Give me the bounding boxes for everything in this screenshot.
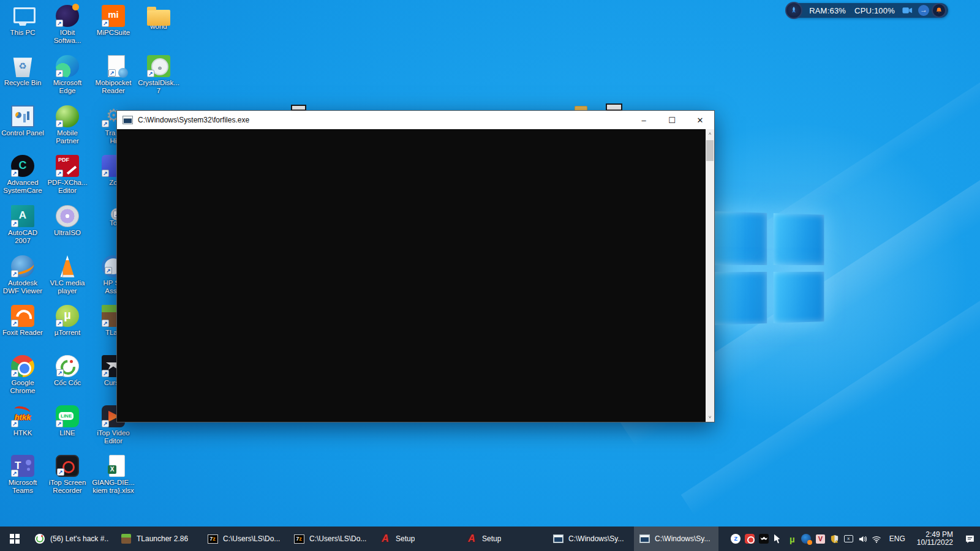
shortcut-arrow-icon: ↗ [102, 320, 109, 327]
desktop-icon-foxit[interactable]: ↗Foxit Reader [0, 305, 45, 337]
volume-icon[interactable] [856, 531, 870, 546]
scrollbar-thumb[interactable] [706, 140, 714, 161]
desktop-icon-label: Mobipocket Reader [91, 79, 136, 95]
desktop-icon-autocad[interactable]: ↗AutoCAD 2007 [0, 205, 45, 245]
windows-logo-pane [712, 211, 767, 265]
shortcut-arrow-icon: ↗ [56, 420, 63, 427]
desktop-icon-xlsx[interactable]: GIANG-DIE... kiem tra}.xlsx [91, 455, 136, 495]
desktop-icon-label: UltraISO [45, 229, 90, 237]
shortcut-arrow-icon: ↗ [11, 470, 18, 477]
desktop-icon-itopscreen[interactable]: ↗iTop Screen Recorder [45, 455, 90, 495]
defender-icon[interactable] [827, 531, 842, 546]
windows-logo-pane [773, 213, 824, 265]
cursor-icon[interactable] [771, 531, 785, 546]
desktop-icon-mipcsuite[interactable]: ↗MiPCSuite [91, 5, 136, 37]
desktop-icon-utorrent-d[interactable]: ↗µTorrent [45, 305, 90, 337]
desktop-icon-label: Microsoft Edge [45, 79, 90, 95]
desktop-icon-chrome[interactable]: ↗Google Chrome [0, 355, 45, 395]
start-button[interactable] [0, 527, 29, 551]
scroll-down-icon[interactable]: ˅ [706, 413, 714, 422]
asc-icon: ↗ [11, 155, 34, 177]
scroll-up-icon[interactable]: ˄ [706, 129, 714, 138]
desktop-icon-iobit[interactable]: ↗IObit Softwa... [45, 5, 90, 45]
taskbar-item-console[interactable]: C:\Windows\Sy... [548, 527, 632, 551]
chrome-icon: ↗ [11, 355, 34, 377]
desktop-icon-this-pc[interactable]: This PC [0, 5, 45, 37]
desktop-icon-control-panel[interactable]: Control Panel [0, 105, 45, 137]
alert-bell-icon[interactable] [932, 3, 946, 18]
taskbar-item-coccoc[interactable]: (56) Let's hack #... [29, 527, 114, 551]
language-indicator[interactable]: ENG [884, 534, 911, 543]
desktop-icon-recycle-bin[interactable]: Recycle Bin [0, 55, 45, 87]
camera-icon[interactable] [902, 7, 913, 14]
setup-icon: A [380, 533, 391, 544]
desktop-icon-label: VLC media player [45, 279, 90, 295]
desktop-icon-asc[interactable]: ↗Advanced SystemCare [0, 155, 45, 195]
taskbar-item-label: Setup [396, 534, 415, 543]
desktop-icon-crystaldisk[interactable]: ↗CrystalDisk... 7 [136, 55, 181, 95]
desktop-icon-label: Autodesk DWF Viewer [0, 279, 45, 295]
recycle-bin-icon [11, 55, 34, 77]
shortcut-arrow-icon: ↗ [56, 369, 64, 377]
desktop-icon-line[interactable]: ↗LINE [45, 405, 90, 437]
taskbar-item-label: TLauncher 2.86 [137, 534, 188, 543]
sevenzip-icon: 7z [293, 533, 304, 544]
wifi-icon[interactable] [870, 531, 884, 546]
shortcut-arrow-icon: ↗ [11, 420, 18, 427]
desktop-icon-label: IObit Softwa... [45, 29, 90, 45]
desktop-icon-htkk[interactable]: ↗HTKK [0, 405, 45, 437]
desktop-icon-pdfx[interactable]: ↗PDF-XCha... Editor [45, 155, 90, 195]
scrollbar[interactable]: ˄ ˅ [706, 129, 714, 422]
systemcare-icon[interactable] [799, 531, 813, 546]
taskbar-item-label: C:\Windows\Sy... [568, 534, 624, 543]
taskbar-item-setup[interactable]: ASetup [375, 527, 459, 551]
collapse-arrow-icon[interactable]: → [918, 5, 929, 16]
desktop-icon-label: PDF-XCha... Editor [45, 179, 90, 195]
ultraiso-icon [56, 205, 79, 227]
desktop-icon-mobile-partner[interactable]: ↗Mobile Partner [45, 105, 90, 145]
coccoc-icon: ↗ [56, 355, 79, 377]
windows-logo-pane [712, 272, 767, 326]
zalo-icon[interactable]: Z [729, 531, 743, 546]
desktop-icon-label: Mobile Partner [45, 129, 90, 145]
desktop-icon-edge[interactable]: ↗Microsoft Edge [45, 55, 90, 95]
screen-recorder-icon[interactable] [743, 531, 757, 546]
rocket-icon[interactable] [785, 2, 802, 19]
desktop-icon-ultraiso[interactable]: UltraISO [45, 205, 90, 237]
taskbar-item-sevenzip[interactable]: 7zC:\Users\LS\Do... [202, 527, 287, 551]
desktop-icon-coccoc[interactable]: ↗Cốc Cốc [45, 355, 90, 387]
taskbar-item-setup[interactable]: ASetup [461, 527, 546, 551]
desktop-icon-label: iTop Screen Recorder [45, 479, 90, 495]
desktop-icon-label: HTKK [0, 429, 45, 437]
taskbar-item-console[interactable]: C:\Windows\Sy... [634, 527, 718, 551]
action-center-icon[interactable] [959, 534, 980, 544]
taskbar-clock[interactable]: 2:49 PM 10/11/2022 [911, 531, 959, 547]
desktop-icon-mobipocket[interactable]: ↗Mobipocket Reader [91, 55, 136, 95]
window-titlebar[interactable]: C:\Windows\System32\forfiles.exe – ☐ ✕ [117, 111, 714, 129]
minimize-button[interactable]: – [630, 111, 658, 129]
utorrent-icon[interactable]: µ [785, 531, 799, 546]
shortcut-arrow-icon: ↗ [102, 20, 109, 27]
shortcut-arrow-icon: ↗ [11, 370, 18, 377]
desktop-icon-dwf[interactable]: ↗Autodesk DWF Viewer [0, 255, 45, 295]
desktop-icon-folder[interactable]: world [136, 5, 181, 31]
taskbar-item-tlauncher[interactable]: TLauncher 2.86 [116, 527, 200, 551]
bat-icon[interactable] [757, 531, 771, 546]
keyboard-icon[interactable]: x [842, 531, 856, 546]
ram-usage: RAM:63% [809, 6, 846, 15]
desktop-icon-label: Microsoft Teams [0, 479, 45, 495]
taskbar-item-sevenzip[interactable]: 7zC:\Users\LS\Do... [288, 527, 373, 551]
shortcut-arrow-icon: ↗ [56, 120, 63, 127]
desktop-icon-vlc[interactable]: ↗VLC media player [45, 255, 90, 295]
itopscreen-icon: ↗ [56, 455, 79, 477]
shortcut-arrow-icon: ↗ [56, 270, 63, 277]
desktop-icon-label: This PC [0, 29, 45, 37]
v-icon[interactable]: V [813, 531, 827, 546]
desktop-icon-label: MiPCSuite [91, 29, 136, 37]
performance-monitor-widget[interactable]: RAM:63% CPU:100% → [788, 3, 948, 18]
desktop-icon-teams[interactable]: ↗Microsoft Teams [0, 455, 45, 495]
desktop-icon-label: CrystalDisk... 7 [136, 79, 181, 95]
maximize-button[interactable]: ☐ [658, 111, 686, 129]
console-output-area[interactable] [117, 129, 706, 422]
close-button[interactable]: ✕ [686, 111, 714, 129]
